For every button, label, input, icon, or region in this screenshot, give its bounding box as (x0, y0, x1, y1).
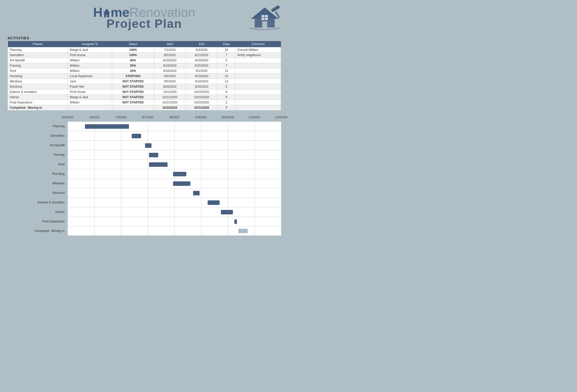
gantt-bar (132, 134, 141, 138)
gantt-row-label: Planning (8, 121, 68, 131)
gantt-row-label: Final Inspections (8, 217, 68, 226)
gantt-bar (173, 172, 186, 176)
gantt-bar (221, 210, 233, 214)
gantt-bar-row (68, 179, 281, 188)
gantt-chart-area: 6/18/20207/8/20207/28/20208/17/20209/6/2… (68, 114, 281, 236)
gantt-date-label: 10/16/2020 (221, 116, 234, 119)
logo-svg (248, 5, 281, 30)
gantt-bar (149, 153, 158, 157)
gantt-section: PlanningDemolitionPre BackfillFramingRoo… (8, 114, 281, 236)
gantt-bar-row (68, 188, 281, 198)
gantt-date-label: 6/18/2020 (62, 116, 73, 119)
gantt-date-label: 9/6/2020 (170, 116, 179, 119)
table-header-row: Phases Assigned To Status Start End Days… (8, 41, 281, 47)
gantt-bar (85, 124, 129, 129)
gantt-date-label: 9/26/2020 (195, 116, 207, 119)
gantt-row-label: Electrical (8, 188, 68, 198)
gantt-bar-row (68, 207, 281, 217)
table-row: DemolitionProfi House100%8/5/20208/12/20… (8, 53, 281, 58)
gantt-row-label: Roof (8, 160, 68, 169)
gantt-container: PlanningDemolitionPre BackfillFramingRoo… (8, 114, 281, 236)
gantt-bar (238, 229, 248, 233)
gantt-date-label: 8/17/2020 (142, 116, 153, 119)
table-row: PlumbingLocal RepairmanSTARTING9/5/20209… (8, 74, 281, 79)
table-row: RoofWilliam20%8/18/20209/1/202014 (8, 68, 281, 74)
gantt-bar-row (68, 141, 281, 150)
gantt-bar-row (68, 121, 281, 131)
gantt-row-label: Exterior & Insulation (8, 198, 68, 207)
svg-rect-7 (271, 5, 280, 12)
col-days: Days (217, 41, 235, 47)
gantt-bar-row (68, 198, 281, 207)
gantt-bar (145, 143, 152, 148)
table-row: WindowsJackNOT STARTED9/5/20209/18/20201… (8, 79, 281, 84)
activities-table: Phases Assigned To Status Start End Days… (8, 41, 281, 110)
title-block: H me Renovation Project Plan (93, 6, 195, 31)
gantt-row-label: Interior (8, 207, 68, 217)
gantt-date-label: 7/8/2020 (89, 116, 99, 119)
table-row: Final InspectionsWilliamNOT STARTED10/21… (8, 100, 281, 105)
header: H me Renovation Project Plan (8, 5, 281, 31)
gantt-bar (173, 181, 190, 186)
title-line2: Project Plan (106, 17, 182, 31)
table-row: Exterior & InsulationProfi HouseNOT STAR… (8, 89, 281, 95)
gantt-bar (234, 219, 237, 224)
gantt-bar (149, 162, 168, 167)
gantt-row-label: Pre Backfill (8, 141, 68, 150)
gantt-date-label: 11/25/2020 (275, 116, 287, 119)
table-row: PlanningMarge & Jack100%7/1/20208/3/2020… (8, 47, 281, 53)
logo (248, 5, 281, 31)
gantt-bar-row (68, 217, 281, 226)
col-start: Start (154, 41, 186, 47)
gantt-bar (208, 200, 220, 205)
gantt-date-label: 11/5/2020 (249, 116, 260, 119)
gantt-row-label: Demolition (8, 131, 68, 141)
col-end: End (186, 41, 218, 47)
page: H me Renovation Project Plan (0, 0, 288, 243)
gantt-bar-row (68, 160, 281, 169)
col-assigned: Assigned To (68, 41, 112, 47)
table-row: FramingWilliam50%8/18/20208/25/20207 (8, 63, 281, 68)
col-comment: Comment (235, 41, 281, 47)
col-phases: Phases (8, 41, 68, 47)
gantt-date-label: 7/28/2020 (115, 116, 127, 119)
table-row: Completed - Moving In10/24/202010/31/202… (8, 105, 281, 110)
gantt-bar-row (68, 226, 281, 236)
gantt-bar-row (68, 131, 281, 141)
table-row: Pre BackfillWilliam80%8/15/20208/20/2020… (8, 58, 281, 63)
gantt-bar-row (68, 169, 281, 179)
table-row: InteriorMarge & JackNOT STARTED10/11/202… (8, 95, 281, 100)
gantt-bar (193, 191, 200, 195)
gantt-row-label: Plumbing (8, 169, 68, 179)
svg-rect-1 (105, 9, 108, 11)
home-icon (103, 9, 111, 18)
gantt-row-label: Completed - Moving In (8, 226, 68, 236)
col-status: Status (112, 41, 154, 47)
gantt-row-label: Framing (8, 150, 68, 160)
activities-label: ACTIVITIES (8, 36, 281, 40)
gantt-bar-row (68, 150, 281, 160)
gantt-row-label: Windows (8, 179, 68, 188)
table-row: ElectricalPower NetNOT STARTED9/20/20209… (8, 84, 281, 89)
